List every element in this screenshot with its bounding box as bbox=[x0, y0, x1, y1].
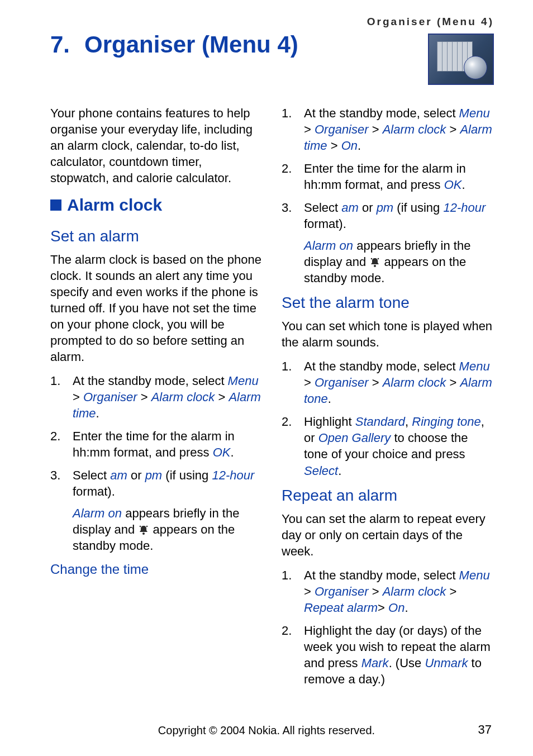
menu-keyword: On bbox=[388, 601, 404, 615]
sep: > bbox=[327, 139, 341, 153]
menu-keyword: Alarm on bbox=[73, 506, 122, 520]
step-text: Enter the time for the alarm in hh:mm fo… bbox=[73, 429, 235, 459]
dot: . bbox=[338, 464, 341, 478]
svg-point-2 bbox=[146, 526, 148, 527]
heading-repeat-alarm: Repeat an alarm bbox=[282, 486, 494, 506]
list-item: Select am or pm (if using 12-hour format… bbox=[282, 199, 494, 286]
copyright-footer: Copyright © 2004 Nokia. All rights reser… bbox=[0, 724, 533, 737]
calendar-clock-icon bbox=[428, 34, 494, 85]
step-text: format). bbox=[304, 217, 346, 231]
menu-keyword: Organiser bbox=[315, 375, 369, 389]
alarm-bell-icon bbox=[369, 255, 380, 265]
menu-keyword: Menu bbox=[459, 568, 490, 582]
menu-keyword: Select bbox=[304, 464, 338, 478]
sep: > bbox=[446, 375, 460, 389]
menu-keyword: Standard bbox=[355, 415, 405, 429]
list-item: Select am or pm (if using 12-hour format… bbox=[50, 467, 263, 554]
svg-point-3 bbox=[374, 265, 376, 267]
sep: > bbox=[378, 601, 388, 615]
change-time-steps: At the standby mode, select Menu > Organ… bbox=[282, 105, 494, 286]
chapter-title-wrap: 7. Organiser (Menu 4) bbox=[50, 31, 298, 58]
repeat-body: You can set the alarm to repeat every da… bbox=[282, 511, 494, 559]
svg-point-0 bbox=[142, 532, 145, 535]
step-text: At the standby mode, select bbox=[304, 568, 459, 582]
step-text: , bbox=[405, 415, 412, 429]
sep: > bbox=[369, 122, 383, 136]
menu-keyword: Menu bbox=[459, 359, 490, 373]
step-sub: Alarm on appears briefly in the display … bbox=[73, 505, 263, 554]
menu-keyword: Menu bbox=[228, 374, 259, 388]
menu-keyword: Alarm clock bbox=[383, 375, 446, 389]
section-alarm-clock: Alarm clock bbox=[50, 194, 263, 216]
step-text: (if using bbox=[162, 468, 212, 482]
list-item: Highlight the day (or days) of the week … bbox=[282, 622, 494, 687]
step-text: format). bbox=[73, 484, 115, 498]
repeat-steps: At the standby mode, select Menu > Organ… bbox=[282, 567, 494, 687]
sep: > bbox=[215, 390, 229, 404]
menu-keyword: Alarm clock bbox=[383, 584, 446, 598]
step-text: At the standby mode, select bbox=[73, 374, 228, 388]
menu-keyword: 12-hour bbox=[212, 468, 254, 482]
menu-keyword: pm bbox=[377, 201, 394, 215]
list-item: Enter the time for the alarm in hh:mm fo… bbox=[282, 160, 494, 193]
body-columns: Your phone contains features to help org… bbox=[50, 105, 494, 687]
step-text: Highlight bbox=[304, 415, 355, 429]
step-text: At the standby mode, select bbox=[304, 359, 459, 373]
menu-keyword: 12-hour bbox=[443, 201, 486, 215]
list-item: At the standby mode, select Menu > Organ… bbox=[50, 373, 263, 421]
menu-keyword: Alarm on bbox=[304, 239, 353, 253]
sep: > bbox=[137, 390, 151, 404]
chapter-number: 7. bbox=[50, 31, 70, 58]
menu-keyword: Ringing tone bbox=[412, 415, 481, 429]
list-item: Enter the time for the alarm in hh:mm fo… bbox=[50, 428, 263, 460]
menu-keyword: Repeat alarm bbox=[304, 601, 378, 615]
dot: . bbox=[328, 392, 331, 406]
sep: > bbox=[304, 584, 315, 598]
menu-keyword: pm bbox=[145, 468, 163, 482]
menu-keyword: am bbox=[341, 201, 359, 215]
sep: > bbox=[369, 584, 383, 598]
list-item: At the standby mode, select Menu > Organ… bbox=[282, 105, 494, 154]
heading-set-alarm-tone: Set the alarm tone bbox=[282, 293, 494, 313]
dot: . bbox=[461, 178, 465, 192]
menu-keyword: Organiser bbox=[315, 584, 369, 598]
set-tone-steps: At the standby mode, select Menu > Organ… bbox=[282, 358, 494, 478]
menu-keyword: Alarm clock bbox=[151, 390, 215, 404]
step-text: or bbox=[127, 468, 145, 482]
list-item: Highlight Standard, Ringing tone, or Ope… bbox=[282, 413, 494, 478]
chapter-header: 7. Organiser (Menu 4) bbox=[50, 31, 494, 85]
menu-keyword: Menu bbox=[459, 106, 490, 120]
dot: . bbox=[230, 445, 234, 459]
step-text: At the standby mode, select bbox=[304, 106, 459, 120]
alarm-bell-icon bbox=[138, 522, 149, 532]
dot: . bbox=[404, 601, 408, 615]
sep: > bbox=[304, 122, 315, 136]
heading-set-an-alarm: Set an alarm bbox=[50, 226, 263, 247]
square-bullet-icon bbox=[50, 199, 61, 211]
step-text: Select bbox=[304, 201, 341, 215]
sep: > bbox=[369, 375, 383, 389]
sep: > bbox=[304, 375, 315, 389]
menu-keyword: Alarm clock bbox=[383, 122, 446, 136]
running-header: Organiser (Menu 4) bbox=[50, 16, 494, 28]
step-text: . (Use bbox=[389, 656, 425, 670]
sep: > bbox=[446, 122, 460, 136]
svg-point-4 bbox=[371, 258, 373, 260]
menu-keyword: Organiser bbox=[83, 390, 137, 404]
set-tone-body: You can set which tone is played when th… bbox=[282, 318, 494, 350]
menu-keyword: am bbox=[110, 468, 127, 482]
list-item: At the standby mode, select Menu > Organ… bbox=[282, 567, 494, 616]
chapter-title: Organiser (Menu 4) bbox=[84, 31, 298, 58]
dot: . bbox=[96, 406, 99, 420]
step-text: Enter the time for the alarm in hh:mm fo… bbox=[304, 161, 466, 192]
step-sub: Alarm on appears briefly in the display … bbox=[304, 237, 494, 286]
page-number: 37 bbox=[478, 722, 492, 737]
menu-keyword: On bbox=[341, 139, 358, 153]
svg-point-1 bbox=[140, 526, 141, 527]
dot: . bbox=[358, 139, 361, 153]
menu-keyword: Organiser bbox=[315, 122, 369, 136]
step-text: (if using bbox=[393, 201, 443, 215]
menu-keyword: Unmark bbox=[425, 656, 468, 670]
set-alarm-steps: At the standby mode, select Menu > Organ… bbox=[50, 373, 263, 554]
sep: > bbox=[446, 584, 456, 598]
